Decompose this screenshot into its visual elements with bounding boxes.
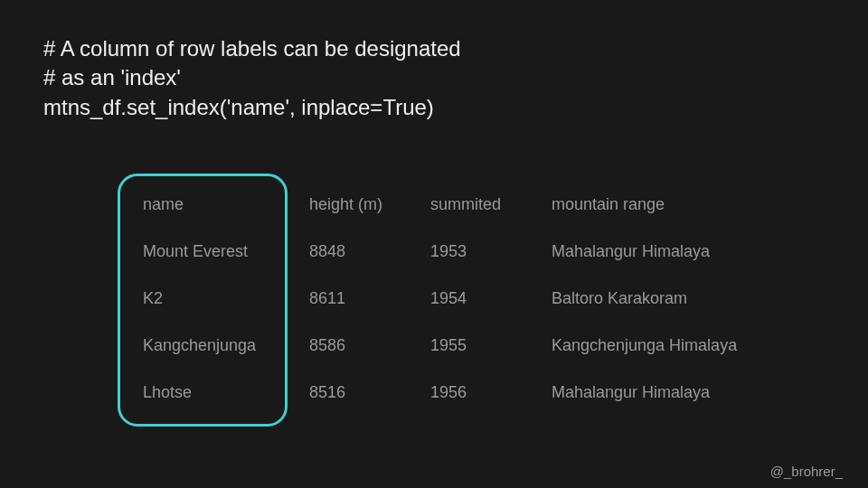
- data-table-area: name height (m) summited mountain range …: [125, 181, 779, 416]
- code-block: # A column of row labels can be designat…: [43, 34, 461, 122]
- cell-range: Kangchenjunga Himalaya: [541, 322, 779, 369]
- data-table: name height (m) summited mountain range …: [125, 181, 779, 416]
- column-header-summited: summited: [420, 181, 541, 228]
- cell-summited: 1954: [420, 275, 541, 322]
- cell-range: Mahalangur Himalaya: [541, 369, 779, 416]
- cell-height: 8848: [298, 228, 420, 275]
- cell-summited: 1956: [420, 369, 541, 416]
- table-row: K2 8611 1954 Baltoro Karakoram: [125, 275, 779, 322]
- code-line-1: # A column of row labels can be designat…: [43, 36, 461, 61]
- cell-height: 8586: [298, 322, 420, 369]
- column-header-range: mountain range: [541, 181, 779, 228]
- code-line-3: mtns_df.set_index('name', inplace=True): [43, 95, 434, 119]
- table-row: Lhotse 8516 1956 Mahalangur Himalaya: [125, 369, 779, 416]
- cell-name: Lhotse: [125, 369, 298, 416]
- cell-summited: 1953: [420, 228, 541, 275]
- code-line-2: # as an 'index': [43, 65, 181, 89]
- cell-name: Kangchenjunga: [125, 322, 298, 369]
- table-header-row: name height (m) summited mountain range: [125, 181, 779, 228]
- table-row: Kangchenjunga 8586 1955 Kangchenjunga Hi…: [125, 322, 779, 369]
- column-header-name: name: [125, 181, 298, 228]
- cell-name: K2: [125, 275, 298, 322]
- column-header-height: height (m): [298, 181, 420, 228]
- cell-name: Mount Everest: [125, 228, 298, 275]
- cell-range: Baltoro Karakoram: [541, 275, 779, 322]
- table-row: Mount Everest 8848 1953 Mahalangur Himal…: [125, 228, 779, 275]
- cell-summited: 1955: [420, 322, 541, 369]
- cell-height: 8516: [298, 369, 420, 416]
- footer-credit: @_brohrer_: [770, 464, 843, 479]
- cell-height: 8611: [298, 275, 420, 322]
- cell-range: Mahalangur Himalaya: [541, 228, 779, 275]
